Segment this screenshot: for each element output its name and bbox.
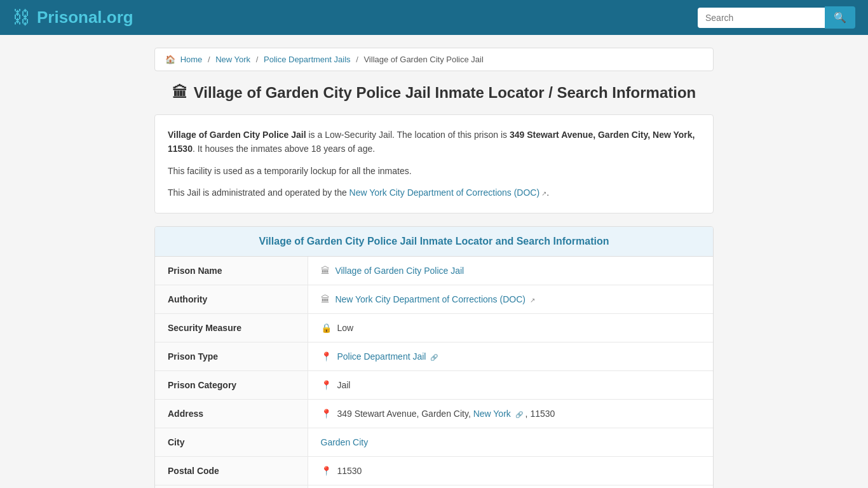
breadcrumb-state[interactable]: New York: [215, 55, 250, 64]
row-icon: 🏛: [321, 294, 330, 304]
breadcrumb: 🏠 Home / New York / Police Department Ja…: [154, 48, 714, 71]
state-link[interactable]: New York: [473, 409, 511, 419]
table-row: Prison Type 📍 Police Department Jail 🔗: [155, 342, 713, 370]
table-row: Postal Code 📍 11530: [155, 456, 713, 485]
row-label: Authority: [155, 285, 308, 313]
description-p2: This facility is used as a temporarily l…: [168, 164, 700, 178]
main-content: 🏠 Home / New York / Police Department Ja…: [142, 48, 726, 488]
logo-text: Prisonal.org: [37, 8, 133, 27]
desc-p3-end: .: [546, 187, 549, 198]
desc-p3-start: This Jail is administrated and operated …: [168, 187, 349, 198]
chain-icon: 🔗: [430, 354, 438, 361]
logo-icon: ⛓: [13, 7, 31, 28]
row-value: 🏳 Nassau County: [308, 485, 713, 488]
table-row: Address 📍 349 Stewart Avenue, Garden Cit…: [155, 399, 713, 428]
table-row: City Garden City: [155, 428, 713, 456]
row-value: 🔒 Low: [308, 313, 713, 342]
prison-type-link[interactable]: Police Department Jail: [337, 351, 426, 362]
prison-name-link[interactable]: Village of Garden City Police Jail: [335, 266, 464, 276]
pin-icon: 📍: [321, 409, 332, 419]
table-row: County 🏳 Nassau County: [155, 485, 713, 488]
ext-link-icon: ↗: [541, 190, 546, 197]
row-value: 🏛 New York City Department of Correction…: [308, 285, 713, 313]
prison-name-bold: Village of Garden City Police Jail: [168, 130, 306, 140]
search-area: 🔍: [698, 6, 855, 29]
row-label: Security Measure: [155, 313, 308, 342]
row-label: City: [155, 428, 308, 456]
lock-icon: 🔒: [321, 323, 332, 333]
logo-tld[interactable]: .org: [102, 8, 133, 27]
address-text: 349 Stewart Avenue, Garden City,: [337, 409, 473, 419]
table-row: Security Measure 🔒 Low: [155, 313, 713, 342]
row-label: County: [155, 485, 308, 488]
pin-icon: 📍: [321, 466, 332, 476]
breadcrumb-sep-3: /: [356, 55, 358, 64]
breadcrumb-current: Village of Garden City Police Jail: [363, 55, 483, 64]
table-row: Prison Name 🏛 Village of Garden City Pol…: [155, 257, 713, 285]
row-label: Prison Type: [155, 342, 308, 370]
page-title: 🏛 Village of Garden City Police Jail Inm…: [154, 84, 714, 102]
row-value: 📍 Jail: [308, 370, 713, 399]
info-section: Village of Garden City Police Jail Inmat…: [154, 226, 714, 488]
breadcrumb-category[interactable]: Police Department Jails: [264, 55, 351, 64]
row-icon: 🏛: [321, 266, 330, 276]
site-header: ⛓ Prisonal.org 🔍: [0, 0, 868, 35]
row-value: 📍 11530: [308, 456, 713, 485]
row-value: 🏛 Village of Garden City Police Jail: [308, 257, 713, 285]
info-table: Prison Name 🏛 Village of Garden City Pol…: [155, 257, 713, 488]
logo-area: ⛓ Prisonal.org: [13, 7, 133, 28]
home-icon: 🏠: [165, 55, 175, 64]
desc-p1-rest: is a Low-Security Jail. The location of …: [306, 130, 510, 140]
breadcrumb-sep-2: /: [256, 55, 259, 64]
description-block: Village of Garden City Police Jail is a …: [154, 114, 714, 214]
row-label: Postal Code: [155, 456, 308, 485]
title-icon: 🏛: [172, 84, 187, 102]
category-value: Jail: [337, 380, 350, 390]
pin-icon: 📍: [321, 380, 332, 390]
row-label: Address: [155, 399, 308, 428]
breadcrumb-home[interactable]: Home: [180, 55, 203, 64]
authority-link[interactable]: New York City Department of Corrections …: [335, 294, 526, 304]
row-label: Prison Category: [155, 370, 308, 399]
title-text: Village of Garden City Police Jail Inmat…: [194, 84, 696, 102]
row-label: Prison Name: [155, 257, 308, 285]
search-input[interactable]: [698, 8, 825, 28]
description-p1: Village of Garden City Police Jail is a …: [168, 128, 700, 156]
search-button[interactable]: 🔍: [825, 6, 855, 29]
ext-icon: ↗: [530, 297, 535, 304]
city-link[interactable]: Garden City: [321, 437, 369, 447]
row-value: Garden City: [308, 428, 713, 456]
breadcrumb-sep-1: /: [208, 55, 210, 64]
postal-inline: , 11530: [526, 409, 555, 419]
state-link-icon: 🔗: [515, 411, 523, 418]
desc-p1-end: . It houses the inmates above 18 years o…: [193, 144, 375, 154]
description-p3: This Jail is administrated and operated …: [168, 186, 700, 200]
row-value: 📍 349 Stewart Avenue, Garden City, New Y…: [308, 399, 713, 428]
section-header: Village of Garden City Police Jail Inmat…: [155, 227, 713, 257]
pin-icon: 📍: [321, 351, 332, 362]
security-value: Low: [337, 323, 353, 333]
table-row: Prison Category 📍 Jail: [155, 370, 713, 399]
doc-link[interactable]: New York City Department of Corrections …: [349, 187, 540, 198]
logo-name[interactable]: Prisonal: [37, 8, 102, 27]
row-value: 📍 Police Department Jail 🔗: [308, 342, 713, 370]
table-row: Authority 🏛 New York City Department of …: [155, 285, 713, 313]
postal-value: 11530: [337, 466, 362, 476]
